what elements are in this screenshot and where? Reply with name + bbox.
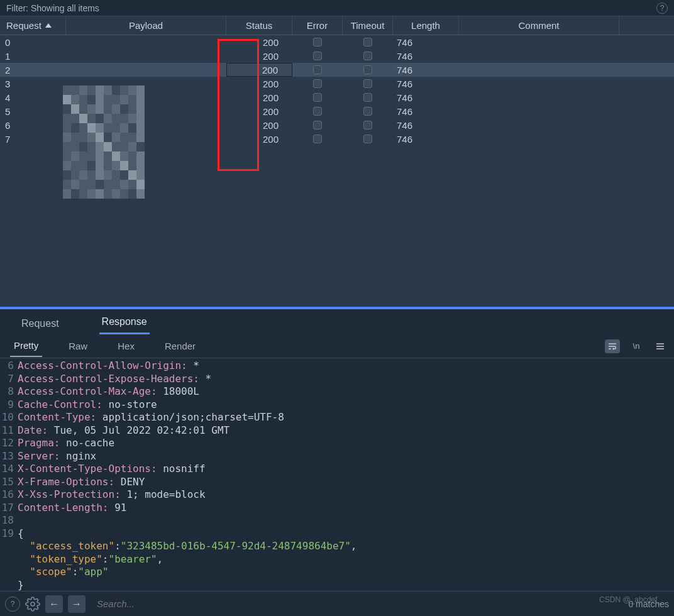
cell-payload [66, 35, 226, 49]
cell-comment [459, 35, 619, 49]
checkbox[interactable] [313, 52, 322, 60]
gear-icon[interactable] [25, 597, 40, 612]
cell-request: 3 [0, 77, 66, 91]
help-icon[interactable]: ? [5, 597, 20, 612]
cell-comment [459, 132, 619, 146]
watermark: CSDN @_abcdef_ [599, 595, 661, 604]
checkbox[interactable] [363, 107, 372, 116]
tab-render[interactable]: Render [161, 336, 199, 356]
col-comment[interactable]: Comment [459, 16, 619, 35]
cell-error [292, 91, 343, 104]
cell-status: 200 [226, 35, 292, 49]
cell-comment [459, 118, 619, 132]
cell-request: 0 [0, 35, 66, 49]
cell-length: 746 [393, 91, 459, 104]
tab-hex[interactable]: Hex [114, 336, 138, 356]
sort-asc-icon [45, 23, 52, 28]
search-bar: ? ← → 0 matches CSDN @_abcdef_ [0, 591, 674, 616]
tab-pretty[interactable]: Pretty [10, 335, 42, 357]
cell-status: 200 [226, 91, 292, 104]
prev-match-button[interactable]: ← [45, 595, 63, 613]
cell-timeout [343, 77, 393, 91]
cell-error [292, 35, 343, 49]
cell-request: 4 [0, 91, 66, 104]
cell-length: 746 [393, 35, 459, 49]
tab-request[interactable]: Request [19, 312, 62, 334]
col-request[interactable]: Request [0, 16, 66, 35]
cell-status: 200 [226, 63, 292, 77]
cell-status: 200 [226, 49, 292, 63]
checkbox[interactable] [363, 38, 372, 47]
cell-comment [459, 104, 619, 118]
cell-error [292, 49, 343, 63]
cell-payload [66, 63, 226, 77]
cell-length: 746 [393, 132, 459, 146]
filter-text: Filter: Showing all items [6, 3, 99, 13]
col-status[interactable]: Status [226, 16, 292, 35]
table-row[interactable]: 2200746 [0, 63, 674, 77]
table-row[interactable]: 0200746 [0, 35, 674, 49]
cell-timeout [343, 132, 393, 146]
checkbox[interactable] [363, 135, 372, 143]
newline-icon[interactable]: \n [629, 339, 644, 353]
cell-request: 5 [0, 104, 66, 118]
cell-comment [459, 77, 619, 91]
cell-length: 746 [393, 104, 459, 118]
inspector-panel: Request Response Pretty Raw Hex Render \… [0, 309, 674, 616]
response-body[interactable]: 6Access-Control-Allow-Origin: *7Access-C… [0, 358, 674, 591]
col-timeout[interactable]: Timeout [343, 16, 393, 35]
redacted-payload [63, 85, 145, 199]
cell-timeout [343, 91, 393, 104]
cell-timeout [343, 118, 393, 132]
wrap-icon[interactable] [605, 339, 620, 353]
menu-icon[interactable] [653, 339, 668, 353]
checkbox[interactable] [313, 93, 322, 102]
checkbox[interactable] [363, 65, 372, 74]
help-icon[interactable]: ? [656, 3, 668, 14]
filter-bar: Filter: Showing all items ? [0, 0, 674, 16]
col-error[interactable]: Error [292, 16, 343, 35]
next-match-button[interactable]: → [68, 595, 86, 613]
checkbox[interactable] [363, 121, 372, 129]
cell-request: 1 [0, 49, 66, 63]
cell-error [292, 77, 343, 91]
checkbox[interactable] [313, 135, 322, 143]
checkbox[interactable] [363, 52, 372, 60]
reqresp-tabs: Request Response [0, 309, 674, 334]
cell-timeout [343, 35, 393, 49]
checkbox[interactable] [313, 79, 322, 88]
cell-length: 746 [393, 63, 459, 77]
cell-error [292, 104, 343, 118]
cell-length: 746 [393, 118, 459, 132]
cell-status: 200 [226, 132, 292, 146]
table-row[interactable]: 1200746 [0, 49, 674, 63]
tab-raw[interactable]: Raw [65, 336, 91, 356]
cell-length: 746 [393, 77, 459, 91]
checkbox[interactable] [363, 93, 372, 102]
checkbox[interactable] [363, 79, 372, 88]
cell-length: 746 [393, 49, 459, 63]
checkbox[interactable] [313, 65, 322, 74]
cell-payload [66, 49, 226, 63]
cell-error [292, 118, 343, 132]
cell-status: 200 [226, 104, 292, 118]
view-tabs: Pretty Raw Hex Render \n [0, 334, 674, 358]
cell-error [292, 63, 343, 77]
col-payload[interactable]: Payload [66, 16, 226, 35]
cell-request: 7 [0, 132, 66, 146]
search-input[interactable] [91, 598, 623, 609]
tab-response[interactable]: Response [99, 310, 150, 334]
checkbox[interactable] [313, 107, 322, 116]
col-length[interactable]: Length [393, 16, 459, 35]
cell-comment [459, 91, 619, 104]
cell-comment [459, 63, 619, 77]
cell-timeout [343, 104, 393, 118]
svg-point-0 [31, 602, 35, 606]
cell-timeout [343, 63, 393, 77]
cell-request: 6 [0, 118, 66, 132]
checkbox[interactable] [313, 121, 322, 129]
table-body: 0200746120074622007463200746420074652007… [0, 35, 674, 146]
checkbox[interactable] [313, 38, 322, 47]
cell-status: 200 [226, 77, 292, 91]
table-header: Request Payload Status Error Timeout Len… [0, 16, 674, 35]
